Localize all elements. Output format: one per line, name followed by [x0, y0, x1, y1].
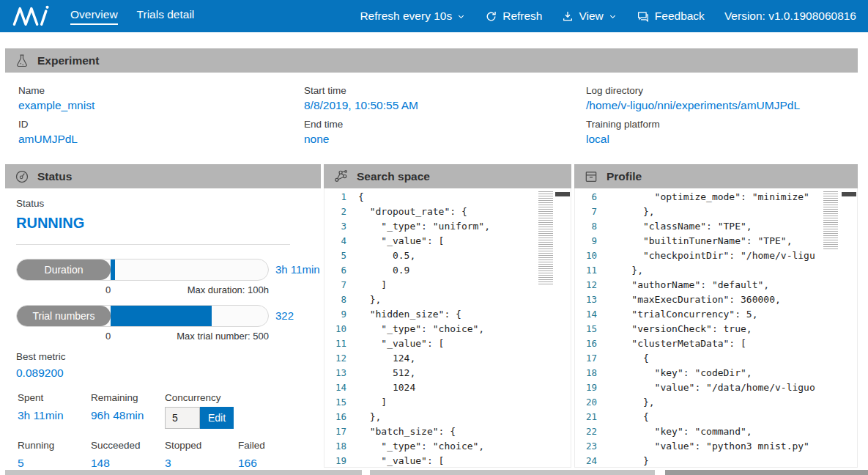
- hyperparameter-graph-icon: [333, 169, 349, 184]
- log-directory-value: /home/v-liguo/nni/experiments/amUMJPdL: [586, 99, 857, 112]
- trials-value: 322: [275, 305, 294, 327]
- status-panel-title: Status: [37, 170, 72, 183]
- status-section-header: Status: [5, 164, 321, 188]
- experiment-col-2: Start time 8/8/2019, 10:50:55 AM End tim…: [304, 78, 579, 146]
- concurrency-input[interactable]: [165, 407, 200, 429]
- code-line: 14 1024: [324, 380, 571, 395]
- refresh-button[interactable]: Refresh: [485, 10, 542, 23]
- code-line: 17 {: [575, 351, 857, 366]
- succeeded-cell: Succeeded 148: [91, 440, 165, 470]
- code-line: 7 ]: [324, 278, 571, 292]
- experiment-title: Experiment: [37, 54, 99, 67]
- code-line: 8 },: [324, 292, 571, 307]
- spent-label: Spent: [18, 392, 91, 403]
- tab-trials-detail[interactable]: Trials detail: [137, 8, 195, 25]
- experiment-col-3: Log directory /home/v-liguo/nni/experime…: [586, 78, 857, 146]
- code-line: 13 512,: [324, 366, 571, 380]
- concurrency-label: Concurrency: [165, 392, 321, 403]
- feedback-icon: [637, 10, 650, 23]
- remaining-cell: Remaining 96h 48min: [91, 392, 165, 429]
- profile-section-header: Profile: [574, 164, 858, 188]
- search-space-code: 1{2 "dropout_rate": {3 "_type": "uniform…: [324, 190, 571, 468]
- code-line: 18 "_type": "choice",: [324, 439, 571, 454]
- best-metric-label: Best metric: [16, 351, 321, 362]
- code-line: 17 "batch_size": {: [324, 424, 571, 439]
- search-space-editor[interactable]: 1{2 "dropout_rate": {3 "_type": "uniform…: [324, 188, 571, 468]
- experiment-section-header: Experiment: [5, 48, 858, 73]
- feedback-button[interactable]: Feedback: [637, 10, 705, 23]
- next-section-edge: [5, 470, 362, 475]
- trials-pill-label: Trial numbers: [17, 306, 111, 326]
- trials-scale: 0 Max trial number: 500: [16, 331, 269, 342]
- code-line: 12 "authorName": "default",: [575, 278, 857, 292]
- chevron-down-icon: [457, 12, 465, 21]
- code-line: 24 }: [575, 454, 857, 468]
- stopped-count: 3: [165, 457, 238, 470]
- trial-counts-row: Running 5 Succeeded 148 Stopped 3 Failed…: [18, 440, 321, 470]
- code-line: 16 },: [324, 410, 571, 424]
- succeeded-label: Succeeded: [91, 440, 165, 451]
- id-value: amUMJPdL: [18, 133, 297, 146]
- code-line: 2 "dropout_rate": {: [324, 205, 571, 219]
- code-line: 4 "_value": [: [324, 234, 571, 248]
- duration-value: 3h 11min: [275, 259, 320, 281]
- divider: [16, 244, 290, 245]
- status-panel: Status Status RUNNING Duration 3h 11min …: [5, 164, 321, 475]
- duration-pill-label: Duration: [17, 259, 111, 280]
- code-line: 6 0.9: [324, 263, 571, 278]
- nni-logo[interactable]: [12, 4, 50, 28]
- editor-minimap: [538, 191, 553, 285]
- code-line: 8 "className": "TPE",: [575, 219, 857, 234]
- code-line: 9 "hidden_size": {: [324, 307, 571, 322]
- trials-min: 0: [105, 331, 111, 342]
- download-icon: [562, 10, 574, 22]
- code-line: 6 "optimize_mode": "minimize": [575, 190, 857, 205]
- end-time-label: End time: [304, 119, 579, 130]
- view-label: View: [579, 10, 603, 23]
- running-label: Running: [18, 440, 91, 451]
- code-line: 12 124,: [324, 351, 571, 366]
- status-body: Status RUNNING Duration 3h 11min 0 Max d…: [5, 188, 321, 468]
- code-line: 3 "_type": "uniform",: [324, 219, 571, 234]
- gauge-icon: [15, 169, 29, 184]
- code-line: 11 "_value": [: [324, 336, 571, 351]
- code-line: 19 "value": "/data/home/v-liguo: [575, 380, 857, 395]
- running-cell: Running 5: [18, 440, 91, 470]
- feedback-label: Feedback: [655, 10, 705, 23]
- editor-scrollbar-thumb[interactable]: [555, 192, 570, 196]
- profile-panel: Profile 6 "optimize_mode": "minimize"7 }…: [574, 164, 858, 475]
- duration-fill: [111, 259, 115, 280]
- search-space-section-header: Search space: [324, 164, 571, 188]
- tab-overview[interactable]: Overview: [70, 8, 118, 25]
- failed-count: 166: [238, 457, 321, 470]
- trials-fill: [111, 306, 212, 326]
- remaining-value: 96h 48min: [91, 409, 165, 422]
- edit-concurrency-button[interactable]: Edit: [200, 407, 234, 429]
- code-line: 10 "_type": "choice",: [324, 322, 571, 336]
- experiment-col-1: Name example_mnist ID amUMJPdL: [18, 78, 297, 146]
- code-line: 14 "trialConcurrency": 5,: [575, 307, 857, 322]
- top-navbar: Overview Trials detail Refresh every 10s…: [0, 0, 868, 32]
- editor-scrollbar-thumb[interactable]: [842, 192, 856, 196]
- flask-icon: [15, 54, 29, 68]
- code-line: 21 {: [575, 410, 857, 424]
- version-text: Version: v1.0.1908060816: [724, 10, 856, 23]
- duration-max: Max duration: 100h: [188, 284, 269, 295]
- training-platform-label: Training platform: [586, 119, 857, 130]
- succeeded-count: 148: [91, 457, 165, 470]
- concurrency-cell: Concurrency Edit: [165, 392, 321, 429]
- view-dropdown[interactable]: View: [562, 10, 616, 23]
- code-line: 23 "value": "python3 mnist.py": [575, 439, 857, 454]
- profile-title: Profile: [607, 170, 642, 183]
- duration-scale: 0 Max duration: 100h: [16, 284, 269, 295]
- duration-bar: Duration 3h 11min: [16, 259, 321, 281]
- best-metric: Best metric 0.089200: [16, 351, 321, 380]
- code-line: 10 "checkpointDir": "/home/v-ligu: [575, 248, 857, 263]
- next-section-edge: [665, 470, 868, 475]
- refresh-interval-dropdown[interactable]: Refresh every 10s: [360, 10, 465, 23]
- end-time-value: none: [304, 133, 579, 146]
- log-directory-label: Log directory: [586, 85, 857, 96]
- duration-track: Duration: [16, 259, 269, 281]
- stopped-cell: Stopped 3: [165, 440, 238, 470]
- profile-editor[interactable]: 6 "optimize_mode": "minimize"7 },8 "clas…: [574, 188, 858, 468]
